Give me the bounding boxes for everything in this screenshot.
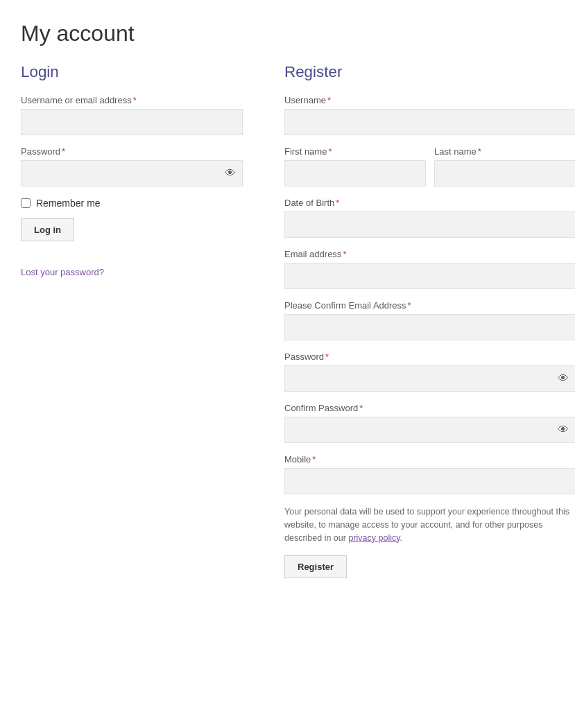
register-dob-group: Date of Birth* bbox=[284, 198, 575, 238]
register-email-group: Email address* bbox=[284, 249, 575, 289]
register-confirm-password-wrapper: 👁 bbox=[284, 417, 575, 443]
register-confirm-email-input[interactable] bbox=[284, 314, 575, 340]
register-username-group: Username* bbox=[284, 95, 575, 135]
page-title: My account bbox=[21, 21, 554, 46]
login-username-input[interactable] bbox=[21, 109, 243, 135]
register-email-input[interactable] bbox=[284, 263, 575, 289]
login-password-wrapper: 👁 bbox=[21, 160, 243, 187]
login-title: Login bbox=[21, 63, 243, 81]
register-username-label: Username* bbox=[284, 95, 575, 105]
register-button[interactable]: Register bbox=[284, 555, 347, 578]
register-lastname-label: Last name* bbox=[434, 146, 575, 157]
login-password-label: Password* bbox=[21, 146, 243, 157]
register-password-group: Password* 👁 bbox=[284, 352, 575, 392]
register-lastname-group: Last name* bbox=[434, 146, 575, 187]
register-confirm-email-group: Please Confirm Email Address* bbox=[284, 300, 575, 340]
login-button[interactable]: Log in bbox=[21, 218, 74, 241]
register-title: Register bbox=[284, 63, 575, 81]
remember-me-label: Remember me bbox=[36, 198, 101, 209]
register-dob-input[interactable] bbox=[284, 211, 575, 238]
register-mobile-group: Mobile* bbox=[284, 454, 575, 494]
login-username-label: Username or email address* bbox=[21, 95, 243, 105]
login-password-input[interactable] bbox=[21, 160, 243, 187]
login-username-group: Username or email address* bbox=[21, 95, 243, 135]
register-password-toggle-icon[interactable]: 👁 bbox=[558, 372, 569, 385]
register-confirm-password-group: Confirm Password* 👁 bbox=[284, 403, 575, 443]
lost-password-link[interactable]: Lost your password? bbox=[21, 267, 104, 277]
register-confirm-password-toggle-icon[interactable]: 👁 bbox=[558, 424, 569, 436]
register-dob-label: Date of Birth* bbox=[284, 198, 575, 208]
login-section: Login Username or email address* Passwor… bbox=[21, 63, 243, 277]
remember-me-row: Remember me bbox=[21, 198, 243, 209]
register-section: Register Username* First name* Last name… bbox=[284, 63, 575, 578]
register-email-label: Email address* bbox=[284, 249, 575, 259]
register-password-input[interactable] bbox=[284, 365, 575, 392]
register-confirm-email-label: Please Confirm Email Address* bbox=[284, 300, 575, 311]
register-confirm-password-input[interactable] bbox=[284, 417, 575, 443]
privacy-note: Your personal data will be used to suppo… bbox=[284, 505, 575, 544]
login-password-toggle-icon[interactable]: 👁 bbox=[225, 167, 236, 180]
register-mobile-label: Mobile* bbox=[284, 454, 575, 465]
register-username-input[interactable] bbox=[284, 109, 575, 135]
register-lastname-input[interactable] bbox=[434, 160, 575, 187]
register-password-label: Password* bbox=[284, 352, 575, 362]
login-password-group: Password* 👁 bbox=[21, 146, 243, 187]
privacy-policy-link[interactable]: privacy policy bbox=[348, 533, 400, 543]
register-firstname-group: First name* bbox=[284, 146, 426, 187]
register-mobile-input[interactable] bbox=[284, 468, 575, 494]
register-confirm-password-label: Confirm Password* bbox=[284, 403, 575, 413]
register-password-wrapper: 👁 bbox=[284, 365, 575, 392]
register-firstname-label: First name* bbox=[284, 146, 426, 157]
register-firstname-input[interactable] bbox=[284, 160, 426, 187]
name-row: First name* Last name* bbox=[284, 146, 575, 198]
remember-me-checkbox[interactable] bbox=[21, 198, 31, 208]
